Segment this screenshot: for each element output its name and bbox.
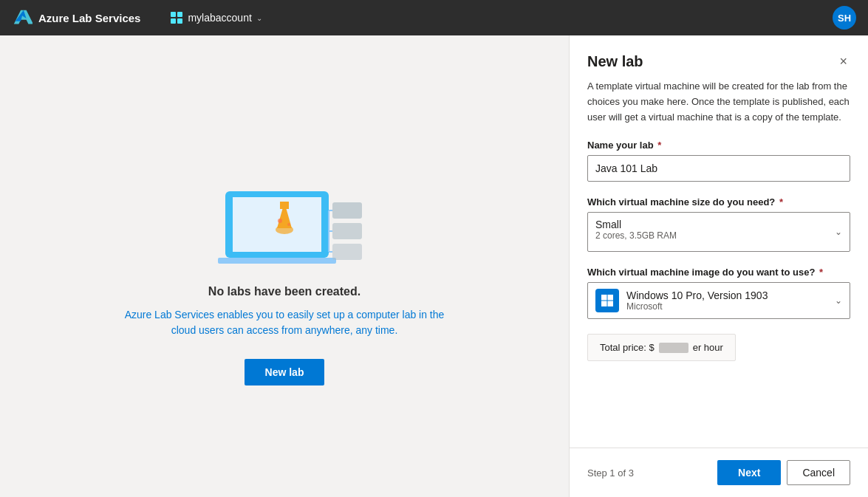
svg-rect-22 [608, 301, 614, 307]
svg-point-8 [276, 225, 293, 234]
account-switcher[interactable]: mylabaccount ⌄ [170, 11, 262, 24]
svg-rect-11 [218, 258, 336, 264]
new-lab-button[interactable]: New lab [245, 359, 325, 385]
close-button[interactable]: × [836, 53, 850, 69]
vm-size-dropdown[interactable]: Small 2 cores, 3.5GB RAM ⌄ [587, 212, 850, 252]
vm-image-name: Windows 10 Pro, Version 1903 [626, 289, 768, 301]
svg-rect-1 [177, 12, 182, 17]
azure-logo-icon [12, 7, 33, 28]
lab-name-label: Name your lab * [587, 140, 850, 151]
no-labs-description: Azure Lab Services enables you to easily… [115, 307, 454, 338]
dialog-header: New lab × [570, 35, 868, 79]
account-name: mylabaccount [188, 12, 251, 24]
vm-image-group: Which virtual machine image do you want … [587, 267, 850, 319]
footer-buttons: Next Cancel [717, 460, 850, 485]
dialog-footer: Step 1 of 3 Next Cancel [570, 448, 868, 497]
user-avatar[interactable]: SH [833, 6, 856, 30]
svg-rect-14 [332, 244, 362, 260]
total-price-box: Total price: $ er hour [587, 334, 736, 361]
vm-size-sub: 2 cores, 3.5GB RAM [595, 230, 823, 241]
svg-rect-21 [601, 301, 607, 307]
svg-rect-19 [601, 295, 607, 301]
dialog-description: A template virtual machine will be creat… [570, 79, 868, 140]
app-logo: Azure Lab Services [12, 7, 140, 28]
main-content: No labs have been created. Azure Lab Ser… [0, 35, 868, 497]
app-title: Azure Lab Services [38, 12, 140, 24]
required-star-2: * [779, 196, 783, 208]
no-labs-title: No labs have been created. [208, 285, 360, 298]
dialog-title: New lab [587, 53, 643, 70]
lab-name-group: Name your lab * [587, 140, 850, 182]
required-star: * [657, 140, 661, 151]
svg-rect-2 [171, 18, 176, 24]
lab-illustration [203, 147, 366, 267]
lab-name-input[interactable] [587, 155, 850, 182]
svg-rect-12 [332, 202, 362, 219]
cancel-button[interactable]: Cancel [787, 460, 850, 485]
vm-image-label: Which virtual machine image do you want … [587, 267, 850, 278]
svg-rect-0 [171, 12, 176, 17]
vm-image-publisher: Microsoft [626, 301, 768, 312]
next-button[interactable]: Next [717, 460, 781, 485]
svg-rect-20 [608, 295, 614, 301]
vm-image-info: Windows 10 Pro, Version 1903 Microsoft [626, 289, 768, 312]
vm-size-chevron-icon: ⌄ [835, 227, 842, 237]
app-header: Azure Lab Services mylabaccount ⌄ SH [0, 0, 868, 35]
lab-account-icon [170, 11, 183, 24]
dialog-body: Name your lab * Which virtual machine si… [570, 140, 868, 439]
vm-image-dropdown[interactable]: Windows 10 Pro, Version 1903 Microsoft ⌄ [587, 282, 850, 319]
left-panel: No labs have been created. Azure Lab Ser… [0, 35, 569, 497]
vm-size-label: Which virtual machine size do you need? … [587, 196, 850, 208]
windows-icon [595, 289, 619, 312]
total-price-label: Total price: $ [600, 342, 655, 353]
svg-rect-7 [280, 202, 289, 209]
total-price-group: Total price: $ er hour [587, 334, 850, 361]
vm-image-dropdown-content: Windows 10 Pro, Version 1903 Microsoft [588, 283, 850, 318]
svg-rect-3 [177, 18, 182, 24]
vm-size-value: Small [595, 219, 823, 230]
svg-rect-13 [332, 223, 362, 239]
vm-image-chevron-icon: ⌄ [835, 295, 842, 306]
vm-size-dropdown-content: Small 2 cores, 3.5GB RAM [588, 213, 850, 251]
vm-size-group: Which virtual machine size do you need? … [587, 196, 850, 252]
account-chevron-icon: ⌄ [256, 14, 262, 22]
svg-rect-5 [233, 197, 321, 252]
total-price-suffix: er hour [693, 342, 723, 353]
svg-point-9 [278, 219, 282, 223]
price-value-blurred [659, 343, 688, 353]
svg-point-10 [287, 223, 290, 226]
new-lab-panel: New lab × A template virtual machine wil… [569, 35, 868, 497]
required-star-3: * [819, 267, 823, 278]
step-indicator: Step 1 of 3 [587, 467, 634, 479]
